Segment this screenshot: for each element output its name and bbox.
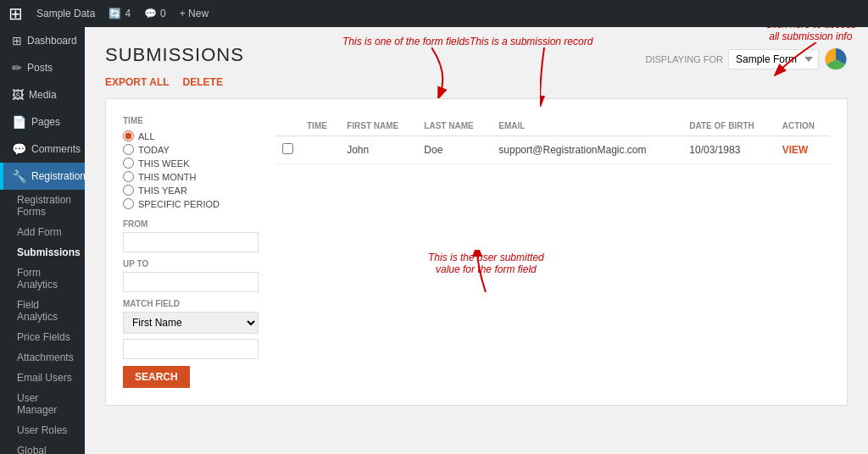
upto-label: UP TO [123,259,259,269]
wp-logo-icon: ⊞ [8,3,23,24]
annotation-form-field: This is one of the form fields [342,36,470,47]
top-bar: ⊞ Sample Data 🔄 4 💬 0 + New [0,0,868,27]
sidebar-subitem-field-analytics[interactable]: Field Analytics [0,295,85,327]
sidebar-subitem-user-manager[interactable]: User Manager [0,388,85,420]
sidebar-item-posts[interactable]: ✏ Posts [0,54,85,81]
page-title: SUBMISSIONS [105,44,244,66]
col-checkbox [275,116,300,136]
arrow-user-value [460,250,511,292]
cell-dob: 10/03/1983 [682,136,775,164]
radio-this-month[interactable]: THIS MONTH [123,171,259,182]
action-links: EXPORT ALL DELETE [105,76,848,88]
time-radio-group: ALL TODAY THIS WEEK THIS MONTH THIS [123,130,259,209]
col-first-name: FIRST NAME [340,116,417,136]
cell-checkbox[interactable] [275,136,300,164]
comments-icon: 💬 [12,142,26,156]
col-action: ACTION [776,116,830,136]
sidebar-subitem-add-form[interactable]: Add Form [0,222,85,242]
main-content: SUBMISSIONS This is one of the form fiel… [85,27,868,454]
time-filter-label: TIME [123,116,259,125]
sidebar: ⊞ Dashboard ✏ Posts 🖼 Media 📄 Pages 💬 Co… [0,27,85,454]
dashboard-icon: ⊞ [12,34,22,47]
col-dob: DATE OF BIRTH [682,116,775,136]
sidebar-item-registrationmagic[interactable]: 🔧 RegistrationMagic [0,163,85,190]
radio-this-year[interactable]: THIS YEAR [123,185,259,196]
updates-item[interactable]: 🔄 4 [108,8,131,19]
layout: ⊞ Dashboard ✏ Posts 🖼 Media 📄 Pages 💬 Co… [0,27,868,454]
sidebar-subitem-submissions[interactable]: Submissions [0,242,85,263]
cell-action: VIEW [776,136,830,164]
displaying-for-area: Click here to accessall submission info … [646,47,848,71]
sidebar-item-dashboard[interactable]: ⊞ Dashboard [0,27,85,54]
delete-link[interactable]: DELETE [183,76,223,88]
sidebar-item-media[interactable]: 🖼 Media [0,81,85,108]
comments-item[interactable]: 💬 0 [144,8,166,19]
col-last-name: LAST NAME [417,116,492,136]
from-label: FROM [123,219,259,229]
sidebar-subitem-attachments[interactable]: Attachments [0,347,85,368]
radio-this-week[interactable]: THIS WEEK [123,158,259,169]
form-select[interactable]: Sample Form [728,49,819,69]
col-time: TIME [300,116,340,136]
sidebar-item-pages[interactable]: 📄 Pages [0,108,85,136]
upto-input[interactable] [123,272,259,292]
arrow-form-field [431,47,499,98]
table-area: This is the user submittedvalue for the … [275,116,830,388]
from-input[interactable] [123,232,259,252]
pages-icon: 📄 [12,115,26,129]
radio-all[interactable]: ALL [123,130,259,141]
sidebar-subitem-form-analytics[interactable]: Form Analytics [0,263,85,295]
submissions-table: TIME FIRST NAME LAST NAME EMAIL DATE OF … [275,116,830,164]
pie-chart-icon[interactable] [824,47,848,71]
match-value-input[interactable] [123,339,259,359]
sidebar-subitem-global-settings[interactable]: Global Settings [0,440,85,454]
search-button[interactable]: SEARCH [123,366,190,388]
match-field-label: MATCH FIELD [123,299,259,308]
col-email: EMAIL [492,116,682,136]
displaying-for-label: DISPLAYING FOR [646,54,723,64]
table-header-row: TIME FIRST NAME LAST NAME EMAIL DATE OF … [275,116,830,136]
media-icon: 🖼 [12,88,24,102]
posts-icon: ✏ [12,61,22,75]
sidebar-subitem-registration-forms[interactable]: Registration Forms [0,190,85,222]
cell-last-name: Doe [417,136,492,164]
filter-panel: TIME ALL TODAY THIS WEEK THIS MONTH [123,116,259,388]
table-row: John Doe support@RegistrationMagic.com 1… [275,136,830,164]
cell-first-name: John [340,136,417,164]
registrationmagic-icon: 🔧 [12,169,26,183]
content-box: TIME ALL TODAY THIS WEEK THIS MONTH [105,98,848,406]
cell-email: support@RegistrationMagic.com [492,136,682,164]
radio-specific-period[interactable]: SPECIFIC PERIOD [123,198,259,209]
annotation-submission-record: This is a submission record [470,36,593,47]
sidebar-subitem-price-fields[interactable]: Price Fields [0,327,85,347]
radio-today[interactable]: TODAY [123,144,259,155]
row-checkbox[interactable] [282,143,293,154]
cell-time [300,136,340,164]
sidebar-subitem-user-roles[interactable]: User Roles [0,420,85,440]
view-link[interactable]: VIEW [782,144,809,156]
sidebar-subitem-email-users[interactable]: Email Users [0,368,85,388]
sidebar-item-comments[interactable]: 💬 Comments [0,136,85,163]
export-all-link[interactable]: EXPORT ALL [105,76,170,88]
site-name[interactable]: Sample Data [36,8,95,19]
new-item[interactable]: + New [180,8,209,19]
match-field-select[interactable]: First Name [123,312,259,334]
content-inner: TIME ALL TODAY THIS WEEK THIS MONTH [123,116,830,388]
annotation-user-value: This is the user submittedvalue for the … [428,252,544,275]
